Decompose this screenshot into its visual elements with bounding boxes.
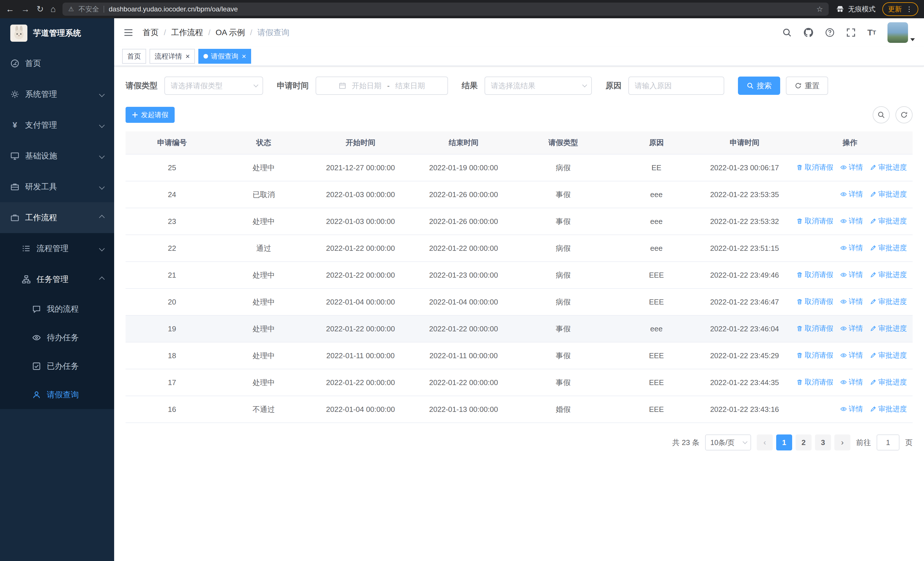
page-size-value: 10条/页 [710,438,735,447]
sidebar-item-devtools[interactable]: 研发工具 [0,171,114,202]
table-row: 20处理中2022-01-04 00:00:002022-01-04 00:00… [126,289,913,315]
address-bar[interactable]: ⚠ 不安全 dashboard.yudao.iocoder.cn/bpm/oa/… [63,3,829,16]
apply-time-range-picker[interactable]: 开始日期 - 结束日期 [316,77,448,95]
action-cancel-link[interactable]: 取消请假 [796,297,833,306]
cell-apply-time: 2022-01-22 23:45:29 [702,342,788,369]
browser-menu-icon[interactable]: ⋮ [906,5,913,13]
user-menu[interactable] [888,22,915,43]
goto-page-input[interactable] [877,435,900,450]
sidebar-collapse-icon[interactable] [123,27,134,38]
cell-leave-type: 病假 [515,289,611,315]
sidebar-item-label: 研发工具 [25,181,57,192]
avatar[interactable] [888,22,908,43]
action-detail-link[interactable]: 详情 [840,378,863,387]
action-progress-link[interactable]: 审批进度 [870,243,907,253]
table-row: 25处理中2021-12-27 00:00:002022-01-19 00:00… [126,154,913,181]
cell-status: 处理中 [218,369,309,396]
sidebar-item-label: 首页 [25,58,41,69]
browser-reload-icon[interactable]: ↻ [36,5,44,14]
page-button-1[interactable]: 1 [776,435,792,450]
sidebar-item-home[interactable]: 首页 [0,48,114,79]
action-progress-link[interactable]: 审批进度 [870,378,907,387]
action-progress-link[interactable]: 审批进度 [870,190,907,199]
refresh-table-button[interactable] [896,106,913,123]
security-warning-label[interactable]: 不安全 [78,5,99,14]
sidebar-item-infrastructure[interactable]: 基础设施 [0,141,114,171]
breadcrumb-item[interactable]: 首页 [142,27,159,38]
action-detail-link[interactable]: 详情 [840,404,863,414]
leave-type-select[interactable]: 请选择请假类型 [164,77,263,95]
result-label: 结果 [462,80,478,91]
browser-update-button[interactable]: 更新 ⋮ [882,2,918,16]
sidebar-item-system[interactable]: 系统管理 [0,79,114,110]
sidebar-item-done-tasks[interactable]: 已办任务 [0,352,114,381]
action-detail-link[interactable]: 详情 [840,190,863,199]
toggle-search-button[interactable] [873,106,890,123]
page-button-3[interactable]: 3 [815,435,831,450]
action-cancel-link[interactable]: 取消请假 [796,216,833,226]
action-detail-link[interactable]: 详情 [840,350,863,360]
result-select[interactable]: 请选择流结果 [484,77,592,95]
action-cancel-link[interactable]: 取消请假 [796,162,833,172]
action-detail-link[interactable]: 详情 [840,270,863,279]
action-cancel-link[interactable]: 取消请假 [796,378,833,387]
action-progress-link[interactable]: 审批进度 [870,404,907,414]
column-header: 开始时间 [309,131,412,154]
sidebar-item-payment[interactable]: ¥ 支付管理 [0,110,114,141]
tab-process-detail[interactable]: 流程详情 × [150,49,195,64]
page-size-select[interactable]: 10条/页 [705,435,751,450]
action-progress-link[interactable]: 审批进度 [870,162,907,172]
next-page-button[interactable]: › [834,435,850,450]
browser-back-icon[interactable]: ← [6,5,14,14]
breadcrumb-item[interactable]: OA 示例 [216,27,245,38]
action-progress-link[interactable]: 审批进度 [870,350,907,360]
reset-button[interactable]: 重置 [786,77,828,95]
sidebar-item-task-mgmt[interactable]: 任务管理 [0,264,114,295]
action-cancel-link[interactable]: 取消请假 [796,323,833,333]
action-cancel-link[interactable]: 取消请假 [796,350,833,360]
sidebar-item-todo-tasks[interactable]: 待办任务 [0,323,114,352]
sidebar-item-my-process[interactable]: 我的流程 [0,295,114,323]
browser-home-icon[interactable]: ⌂ [51,5,56,14]
action-detail-link[interactable]: 详情 [840,216,863,226]
breadcrumb-separator: / [250,28,252,37]
prev-page-button[interactable]: ‹ [757,435,773,450]
cell-reason: EE [611,154,702,181]
search-icon[interactable] [782,28,792,38]
create-leave-button[interactable]: 发起请假 [126,107,175,123]
sidebar-item-leave-query[interactable]: 请假查询 [0,381,114,409]
create-leave-label: 发起请假 [141,110,168,119]
action-progress-link[interactable]: 审批进度 [870,323,907,333]
action-cancel-link[interactable]: 取消请假 [796,270,833,279]
search-button[interactable]: 搜索 [738,77,780,95]
dashboard-icon [10,59,20,68]
help-icon[interactable] [825,28,835,38]
browser-forward-icon[interactable]: → [21,5,30,14]
action-progress-link[interactable]: 审批进度 [870,297,907,306]
page-button-2[interactable]: 2 [796,435,812,450]
action-progress-link[interactable]: 审批进度 [870,216,907,226]
breadcrumb-item-current: 请假查询 [257,27,290,38]
action-detail-link[interactable]: 详情 [840,243,863,253]
url-text[interactable]: dashboard.yudao.iocoder.cn/bpm/oa/leave [109,5,238,13]
action-detail-link[interactable]: 详情 [840,297,863,306]
action-label: 详情 [849,216,863,226]
sidebar-item-workflow[interactable]: 工作流程 [0,202,114,233]
action-detail-link[interactable]: 详情 [840,162,863,172]
breadcrumb-item[interactable]: 工作流程 [171,27,203,38]
font-size-icon[interactable]: TT [867,28,876,37]
github-icon[interactable] [803,27,814,38]
reason-input[interactable] [628,77,724,95]
tab-leave-query[interactable]: 请假查询 × [198,49,251,64]
edit-icon [870,325,877,332]
action-label: 审批进度 [878,216,907,226]
close-icon[interactable]: × [186,53,190,60]
action-progress-link[interactable]: 审批进度 [870,270,907,279]
tab-home[interactable]: 首页 [122,49,146,64]
close-icon[interactable]: × [242,53,246,60]
sidebar-item-process-mgmt[interactable]: 流程管理 [0,233,114,264]
action-detail-link[interactable]: 详情 [840,323,863,333]
bookmark-star-icon[interactable]: ☆ [816,5,823,14]
app-logo[interactable]: 芋道管理系统 [0,18,114,48]
fullscreen-icon[interactable] [846,28,856,38]
